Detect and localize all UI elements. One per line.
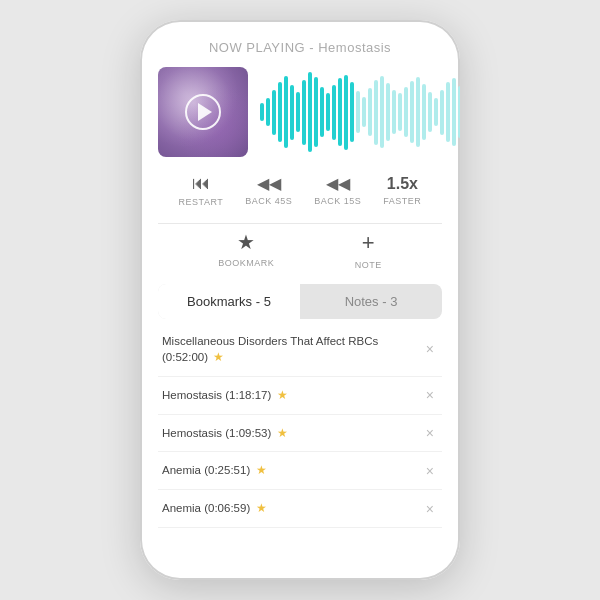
waveform-bar bbox=[440, 90, 444, 135]
waveform-bar bbox=[302, 80, 306, 145]
bookmark-star-icon: ★ bbox=[273, 388, 287, 402]
waveform-bar bbox=[314, 77, 318, 147]
waveform-bar bbox=[428, 92, 432, 132]
waveform-bar bbox=[452, 78, 456, 146]
bookmark-close-button[interactable]: × bbox=[422, 341, 438, 357]
player-area bbox=[158, 67, 442, 157]
bookmark-text: Miscellaneous Disorders That Affect RBCs… bbox=[162, 333, 422, 366]
note-icon: + bbox=[362, 230, 375, 256]
waveform-bar bbox=[446, 82, 450, 142]
restart-icon: ⏮ bbox=[192, 173, 210, 194]
bookmark-star-icon: ★ bbox=[273, 426, 287, 440]
note-label: NOTE bbox=[355, 260, 382, 270]
now-playing-title: NOW PLAYING - Hemostasis bbox=[158, 40, 442, 55]
waveform-bar bbox=[278, 82, 282, 142]
back45-control[interactable]: ◀◀ BACK 45s bbox=[245, 174, 292, 206]
waveform-bar bbox=[380, 76, 384, 148]
restart-label: RESTART bbox=[179, 197, 224, 207]
waveform-bar bbox=[356, 91, 360, 133]
waveform-bar bbox=[374, 80, 378, 145]
waveform-bar bbox=[338, 78, 342, 146]
waveform-bar bbox=[332, 85, 336, 140]
note-action[interactable]: + NOTE bbox=[355, 230, 382, 270]
actions-row: ★ BOOKMARK + NOTE bbox=[158, 230, 442, 270]
screen: NOW PLAYING - Hemostasis ⏮ RESTART ◀◀ BA… bbox=[140, 20, 460, 580]
waveform-bar bbox=[368, 88, 372, 136]
waveform-bar bbox=[266, 98, 270, 126]
waveform-bar bbox=[320, 87, 324, 137]
waveform-bar bbox=[410, 81, 414, 143]
waveform-bar bbox=[434, 98, 438, 126]
tab-notes[interactable]: Notes - 3 bbox=[300, 284, 442, 319]
play-icon bbox=[198, 103, 212, 121]
album-art bbox=[158, 67, 248, 157]
bookmark-item[interactable]: Miscellaneous Disorders That Affect RBCs… bbox=[158, 323, 442, 377]
bookmark-close-button[interactable]: × bbox=[422, 501, 438, 517]
bookmark-action[interactable]: ★ BOOKMARK bbox=[218, 230, 274, 270]
bookmark-close-button[interactable]: × bbox=[422, 425, 438, 441]
bookmark-icon: ★ bbox=[237, 230, 255, 254]
waveform-bar bbox=[362, 97, 366, 127]
waveform-bar bbox=[272, 90, 276, 135]
bookmark-text: Hemostasis (1:18:17) ★ bbox=[162, 387, 422, 404]
waveform-bar bbox=[404, 87, 408, 137]
waveform-bar bbox=[416, 77, 420, 147]
waveform-bar bbox=[308, 72, 312, 152]
waveform-bar bbox=[386, 83, 390, 141]
bookmarks-list: Miscellaneous Disorders That Affect RBCs… bbox=[158, 319, 442, 580]
phone-frame: NOW PLAYING - Hemostasis ⏮ RESTART ◀◀ BA… bbox=[140, 20, 460, 580]
tabs-section: Bookmarks - 5 Notes - 3 bbox=[158, 284, 442, 319]
bookmark-close-button[interactable]: × bbox=[422, 387, 438, 403]
waveform-bar bbox=[350, 82, 354, 142]
play-button[interactable] bbox=[185, 94, 221, 130]
bookmark-label: BOOKMARK bbox=[218, 258, 274, 268]
speed-value: 1.5x bbox=[387, 175, 418, 193]
bookmark-item[interactable]: Anemia (0:25:51) ★× bbox=[158, 452, 442, 490]
waveform[interactable] bbox=[260, 67, 460, 157]
bookmark-star-icon: ★ bbox=[252, 501, 266, 515]
divider bbox=[158, 223, 442, 224]
bookmark-text: Anemia (0:06:59) ★ bbox=[162, 500, 422, 517]
bookmark-item[interactable]: Hemostasis (1:09:53) ★× bbox=[158, 415, 442, 453]
bookmark-star-icon: ★ bbox=[252, 463, 266, 477]
back15-control[interactable]: ◀◀ BACK 15s bbox=[314, 174, 361, 206]
tab-bookmarks[interactable]: Bookmarks - 5 bbox=[158, 284, 300, 319]
waveform-bar bbox=[398, 93, 402, 131]
bookmark-item[interactable]: Hemostasis (1:18:17) ★× bbox=[158, 377, 442, 415]
back15-icon: ◀◀ bbox=[326, 174, 350, 193]
back45-icon: ◀◀ bbox=[257, 174, 281, 193]
controls-row: ⏮ RESTART ◀◀ BACK 45s ◀◀ BACK 15s 1.5x F… bbox=[158, 173, 442, 207]
bookmark-close-button[interactable]: × bbox=[422, 463, 438, 479]
bookmark-item[interactable]: Anemia (0:06:59) ★× bbox=[158, 490, 442, 528]
waveform-bar bbox=[458, 86, 460, 138]
bookmark-text: Hemostasis (1:09:53) ★ bbox=[162, 425, 422, 442]
bookmark-text: Anemia (0:25:51) ★ bbox=[162, 462, 422, 479]
bookmark-star-icon: ★ bbox=[210, 350, 224, 364]
restart-control[interactable]: ⏮ RESTART bbox=[179, 173, 224, 207]
waveform-bar bbox=[284, 76, 288, 148]
waveform-bar bbox=[290, 85, 294, 140]
faster-control[interactable]: 1.5x FASTER bbox=[383, 175, 421, 206]
waveform-bar bbox=[422, 84, 426, 140]
waveform-bar bbox=[326, 93, 330, 131]
faster-label: FASTER bbox=[383, 196, 421, 206]
waveform-bar bbox=[392, 90, 396, 134]
waveform-bar bbox=[260, 103, 264, 121]
back15-label: BACK 15s bbox=[314, 196, 361, 206]
back45-label: BACK 45s bbox=[245, 196, 292, 206]
waveform-bar bbox=[344, 75, 348, 150]
waveform-bar bbox=[296, 92, 300, 132]
